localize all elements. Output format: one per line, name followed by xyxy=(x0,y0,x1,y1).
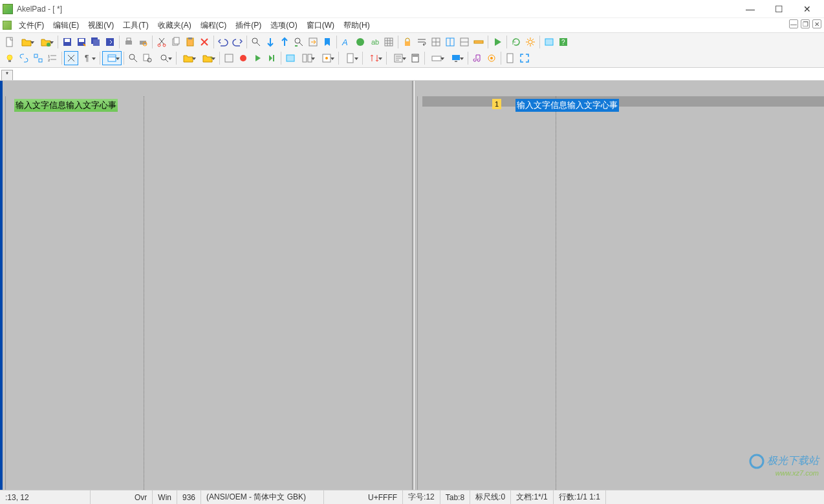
undo-icon[interactable] xyxy=(216,35,230,49)
highlight-icon[interactable]: ab xyxy=(367,35,382,49)
split-horizontal-icon[interactable] xyxy=(443,35,457,49)
print-preview-icon[interactable] xyxy=(136,35,150,49)
find-prev-icon[interactable] xyxy=(277,35,292,49)
paste-icon[interactable] xyxy=(183,35,197,49)
compare-icon[interactable] xyxy=(298,51,317,65)
redo-icon[interactable] xyxy=(230,35,244,49)
menu-fav[interactable]: 收藏夹(A) xyxy=(153,19,196,32)
find-next-icon[interactable] xyxy=(263,35,277,49)
table-icon[interactable] xyxy=(429,35,443,49)
autocomplete-icon[interactable] xyxy=(64,51,78,65)
gear-icon[interactable] xyxy=(523,35,537,49)
menu-help[interactable]: 帮助(H) xyxy=(339,19,374,32)
grid-icon[interactable] xyxy=(382,35,396,49)
menu-edit[interactable]: 编辑(E) xyxy=(49,19,83,32)
find2-icon[interactable] xyxy=(126,51,140,65)
doc-icon[interactable] xyxy=(503,51,517,65)
ruler-icon[interactable] xyxy=(472,35,486,49)
view-mode-icon[interactable] xyxy=(102,51,122,65)
close-button[interactable]: ✕ xyxy=(793,1,821,17)
keyboard-icon[interactable] xyxy=(427,51,446,65)
find-icon[interactable] xyxy=(249,35,263,49)
menu-file[interactable]: 文件(F) xyxy=(14,19,49,32)
font-icon[interactable]: A xyxy=(339,35,353,49)
bookmark-icon[interactable] xyxy=(320,35,334,49)
menu-tool[interactable]: 工具(T) xyxy=(118,19,153,32)
svg-text:?: ? xyxy=(561,39,565,46)
save-as-icon[interactable] xyxy=(74,35,89,49)
step-macro-icon[interactable] xyxy=(265,51,279,65)
menu-window[interactable]: 窗口(W) xyxy=(302,19,339,32)
minimize-button[interactable]: — xyxy=(736,1,764,17)
open-recent-icon[interactable] xyxy=(198,51,217,65)
export-icon[interactable] xyxy=(103,35,117,49)
status-ruler[interactable]: 标尺线:0 xyxy=(470,490,511,504)
calculator-icon[interactable] xyxy=(408,51,422,65)
separator xyxy=(506,36,507,48)
link-icon[interactable] xyxy=(17,51,31,65)
right-pane-text[interactable]: 输入文字信息输入文字心事 xyxy=(515,99,619,112)
new-file-icon[interactable] xyxy=(3,35,17,49)
menu-plugin[interactable]: 插件(P) xyxy=(231,19,266,32)
session-icon[interactable] xyxy=(283,51,298,65)
sort-icon[interactable] xyxy=(365,51,384,65)
zoom-icon[interactable] xyxy=(155,51,174,65)
window-icon[interactable] xyxy=(542,35,556,49)
color-icon[interactable] xyxy=(353,35,367,49)
new-doc-icon[interactable] xyxy=(341,51,360,65)
help-icon[interactable]: ? xyxy=(556,35,570,49)
status-codepage[interactable]: 936 xyxy=(177,490,201,504)
menu-view[interactable]: 视图(V) xyxy=(83,19,118,32)
play-macro-icon[interactable] xyxy=(250,51,265,65)
monitor-icon[interactable] xyxy=(446,51,466,65)
template-icon[interactable] xyxy=(317,51,336,65)
save-all-icon[interactable] xyxy=(89,35,103,49)
open-folder-icon[interactable] xyxy=(179,51,198,65)
left-pane-text[interactable]: 输入文字信息输入文字心事 xyxy=(14,99,118,112)
menu-option[interactable]: 选项(O) xyxy=(266,19,301,32)
print-icon[interactable] xyxy=(122,35,136,49)
format-icon[interactable] xyxy=(389,51,408,65)
open-file-icon[interactable] xyxy=(17,35,36,49)
svg-point-23 xyxy=(356,38,364,46)
svg-text:¶: ¶ xyxy=(85,54,89,63)
paragraph-icon[interactable]: ¶ xyxy=(78,51,98,65)
mdi-restore-button[interactable]: ❐ xyxy=(801,19,810,28)
find-in-files-icon[interactable] xyxy=(140,51,155,65)
svg-rect-26 xyxy=(405,41,410,46)
save-icon[interactable] xyxy=(60,35,74,49)
code-fold-icon[interactable] xyxy=(31,51,45,65)
tab-1[interactable]: * xyxy=(1,70,13,80)
replace-icon[interactable] xyxy=(292,35,306,49)
right-pane[interactable]: 1 输入文字信息输入文字心事 极光下载站 www.xz7.com xyxy=(415,81,824,490)
bulb-icon[interactable] xyxy=(3,51,17,65)
fullscreen-icon[interactable] xyxy=(517,51,532,65)
refresh-icon[interactable] xyxy=(509,35,523,49)
svg-point-46 xyxy=(161,55,166,60)
music-icon[interactable] xyxy=(470,51,484,65)
goto-icon[interactable] xyxy=(306,35,320,49)
run-icon[interactable] xyxy=(490,35,504,49)
line-numbers-icon[interactable]: 12 xyxy=(45,51,60,65)
delete-icon[interactable] xyxy=(197,35,211,49)
status-win[interactable]: Win xyxy=(153,490,177,504)
menu-macro[interactable]: 编程(C) xyxy=(196,19,232,32)
settings2-icon[interactable] xyxy=(484,51,499,65)
cut-icon[interactable] xyxy=(155,35,169,49)
status-encoding[interactable]: (ANSI/OEM - 简体中文 GBK) xyxy=(201,490,324,504)
status-fontsize[interactable]: 字号:12 xyxy=(403,490,440,504)
status-tab[interactable]: Tab:8 xyxy=(440,490,470,504)
lock-icon[interactable] xyxy=(400,35,415,49)
maximize-button[interactable]: ☐ xyxy=(764,1,793,17)
status-ovr[interactable]: Ovr xyxy=(129,490,153,504)
wrap-icon[interactable] xyxy=(415,35,429,49)
menubar: 文件(F) 编辑(E) 视图(V) 工具(T) 收藏夹(A) 编程(C) 插件(… xyxy=(0,18,824,32)
left-pane[interactable]: 输入文字信息输入文字心事 xyxy=(3,81,412,490)
copy-icon[interactable] xyxy=(169,35,183,49)
recent-files-icon[interactable] xyxy=(36,35,56,49)
split-vertical-icon[interactable] xyxy=(457,35,472,49)
stop-macro-icon[interactable] xyxy=(236,51,250,65)
record-macro-icon[interactable] xyxy=(222,51,236,65)
mdi-close-button[interactable]: ✕ xyxy=(812,19,821,28)
mdi-minimize-button[interactable]: — xyxy=(789,19,798,28)
